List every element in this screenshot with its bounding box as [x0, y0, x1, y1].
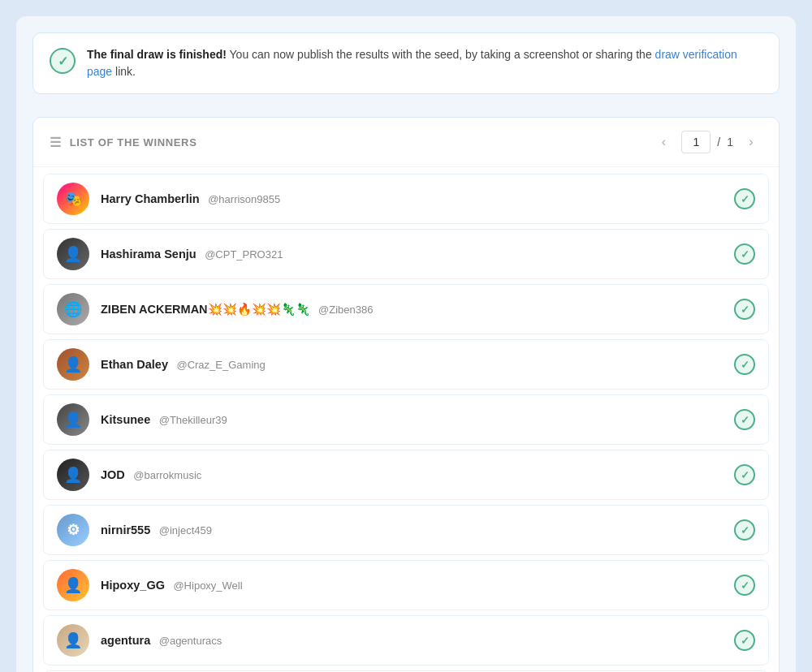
winner-avatar: 👤 [57, 569, 89, 601]
list-icon: ☰ [50, 135, 62, 150]
notice-bold: The final draw is finished! [87, 48, 227, 61]
winner-name: JOD [101, 468, 125, 481]
winner-avatar: 👤 [57, 459, 89, 491]
winner-handle: @inject459 [159, 524, 212, 536]
winner-name: agentura [101, 634, 150, 647]
winner-verified-icon [734, 188, 755, 209]
winner-verified-icon [734, 243, 755, 265]
winner-handle: @CPT_PRO321 [205, 248, 283, 261]
page-separator: / [717, 136, 720, 149]
winner-handle: @agenturacs [159, 635, 222, 647]
winner-left: 🌐 ZIBEN ACKERMAN💥💥🔥💥💥🦎🦎 @Ziben386 [57, 293, 373, 325]
winners-header: ☰ LIST OF THE WINNERS ‹ / 1 › [33, 118, 779, 167]
winner-left: 🎭 Harry Chamberlin @harrison9855 [57, 183, 280, 215]
notice-box: The final draw is finished! You can now … [32, 32, 780, 94]
winner-verified-icon [734, 575, 755, 596]
page-input[interactable] [681, 131, 710, 153]
winner-row: ⚙ nirnir555 @inject459 [43, 505, 769, 555]
main-container: The final draw is finished! You can now … [16, 16, 796, 672]
notice-body: You can now publish the results with the… [230, 48, 655, 61]
winner-handle: @Ziben386 [318, 304, 373, 316]
winner-avatar: 👤 [57, 403, 89, 436]
winner-name: Kitsunee [101, 413, 150, 426]
winner-left: 👤 Kitsunee @Thekilleur39 [57, 403, 227, 436]
winners-title-text: LIST OF THE WINNERS [70, 136, 197, 149]
winner-handle: @Thekilleur39 [159, 414, 227, 426]
prev-page-button[interactable]: ‹ [652, 131, 675, 153]
winner-name: Hipoxy_GG [101, 579, 165, 592]
winner-left: 👤 Ethan Daley @Craz_E_Gaming [57, 348, 266, 381]
winner-name: ZIBEN ACKERMAN💥💥🔥💥💥🦎🦎 [101, 303, 310, 316]
winner-name: Harry Chamberlin [101, 192, 200, 205]
next-page-button[interactable]: › [740, 131, 762, 153]
winner-verified-icon [734, 464, 755, 485]
winner-row: 👤 Ethan Daley @Craz_E_Gaming [43, 339, 769, 390]
winner-name: Ethan Daley [101, 358, 168, 371]
winner-handle: @harrison9855 [208, 193, 280, 205]
winner-verified-icon [734, 519, 755, 541]
winner-row: 🌐 ZIBEN ACKERMAN💥💥🔥💥💥🦎🦎 @Ziben386 [43, 284, 769, 334]
success-icon [50, 48, 76, 74]
winner-row: 🎭 Harry Chamberlin @harrison9855 [43, 174, 769, 224]
pagination: ‹ / 1 › [652, 131, 762, 153]
winner-left: 👤 JOD @barrokmusic [57, 459, 201, 491]
winner-row: 👤 JOD @barrokmusic [43, 450, 769, 500]
winner-avatar: 👤 [57, 348, 89, 381]
winner-handle: @Craz_E_Gaming [176, 359, 265, 371]
winner-handle: @barrokmusic [133, 469, 201, 481]
winner-row: 👤 Hipoxy_GG @Hipoxy_Well [43, 560, 769, 610]
notice-suffix: link. [115, 65, 136, 78]
notice-text: The final draw is finished! You can now … [87, 46, 762, 80]
winner-left: 👤 Hashirama Senju @CPT_PRO321 [57, 238, 283, 270]
winner-avatar: 🌐 [57, 293, 89, 325]
winner-left: 👤 agentura @agenturacs [57, 624, 222, 657]
winner-verified-icon [734, 354, 755, 375]
winner-verified-icon [734, 409, 755, 430]
winner-left: 👤 Hipoxy_GG @Hipoxy_Well [57, 569, 243, 601]
winner-row: 👤 Kitsunee @Thekilleur39 [43, 394, 769, 445]
total-pages: 1 [727, 136, 733, 149]
winner-verified-icon [734, 299, 755, 320]
winner-avatar: 🎭 [57, 183, 89, 215]
winner-name: nirnir555 [101, 523, 150, 536]
winner-left: ⚙ nirnir555 @inject459 [57, 514, 212, 546]
winner-handle: @Hipoxy_Well [173, 579, 242, 592]
winner-avatar: ⚙ [57, 514, 89, 546]
winner-verified-icon [734, 630, 755, 651]
winner-avatar: 👤 [57, 624, 89, 657]
winners-title: ☰ LIST OF THE WINNERS [50, 135, 197, 150]
winner-row: 👤 Hashirama Senju @CPT_PRO321 [43, 229, 769, 279]
winners-list: 🎭 Harry Chamberlin @harrison9855 👤 Hashi… [33, 167, 779, 672]
winner-row: 👤 agentura @agenturacs [43, 615, 769, 666]
winners-section: ☰ LIST OF THE WINNERS ‹ / 1 › 🎭 Harry Ch… [32, 117, 780, 672]
winner-avatar: 👤 [57, 238, 89, 270]
winner-name: Hashirama Senju [101, 248, 197, 261]
